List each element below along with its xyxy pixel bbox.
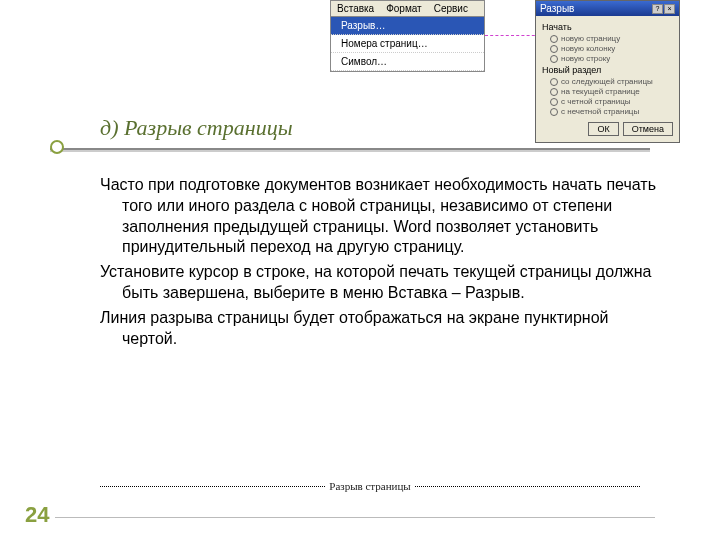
page-title: д) Разрыв страницы	[100, 115, 293, 141]
menu-bar: Вставка Формат Сервис	[331, 1, 484, 17]
group-label: Начать	[542, 22, 673, 32]
dialog-title-text: Разрыв	[540, 3, 574, 14]
page-number: 24	[25, 502, 49, 528]
radio-option[interactable]: с нечетной страницы	[550, 107, 673, 116]
page-break-label: Разрыв страницы	[325, 480, 414, 492]
paragraph: Часто при подготовке документов возникае…	[100, 175, 660, 258]
page-break-indicator: Разрыв страницы	[100, 480, 640, 492]
menu-bar-item: Сервис	[428, 1, 474, 16]
menu-item-pagenum[interactable]: Номера страниц…	[331, 35, 484, 53]
menu-item-symbol[interactable]: Символ…	[331, 53, 484, 71]
footer-line	[55, 517, 655, 518]
connector-line	[485, 35, 540, 36]
break-dialog: Разрыв ? × Начать новую страницу новую к…	[535, 0, 680, 143]
radio-option[interactable]: новую строку	[550, 54, 673, 63]
cancel-button[interactable]: Отмена	[623, 122, 673, 136]
title-bullet-icon	[50, 140, 64, 154]
body-text: Часто при подготовке документов возникае…	[100, 175, 660, 353]
menu-bar-item: Вставка	[331, 1, 380, 16]
radio-option[interactable]: со следующей страницы	[550, 77, 673, 86]
help-icon[interactable]: ?	[652, 4, 663, 14]
radio-option[interactable]: новую страницу	[550, 34, 673, 43]
close-icon[interactable]: ×	[664, 4, 675, 14]
radio-option[interactable]: новую колонку	[550, 44, 673, 53]
menu-item-break[interactable]: Разрыв…	[331, 17, 484, 35]
paragraph: Установите курсор в строке, на которой п…	[100, 262, 660, 304]
dialog-titlebar: Разрыв ? ×	[536, 1, 679, 16]
menu-bar-item: Формат	[380, 1, 428, 16]
menu-list: Разрыв… Номера страниц… Символ…	[331, 17, 484, 71]
menu-screenshot: Вставка Формат Сервис Разрыв… Номера стр…	[330, 0, 485, 72]
dialog-body: Начать новую страницу новую колонку нову…	[536, 16, 679, 142]
title-underline	[50, 148, 650, 150]
radio-option[interactable]: с четной страницы	[550, 97, 673, 106]
group-label: Новый раздел	[542, 65, 673, 75]
ok-button[interactable]: ОК	[588, 122, 618, 136]
paragraph: Линия разрыва страницы будет отображатьс…	[100, 308, 660, 350]
radio-option[interactable]: на текущей странице	[550, 87, 673, 96]
